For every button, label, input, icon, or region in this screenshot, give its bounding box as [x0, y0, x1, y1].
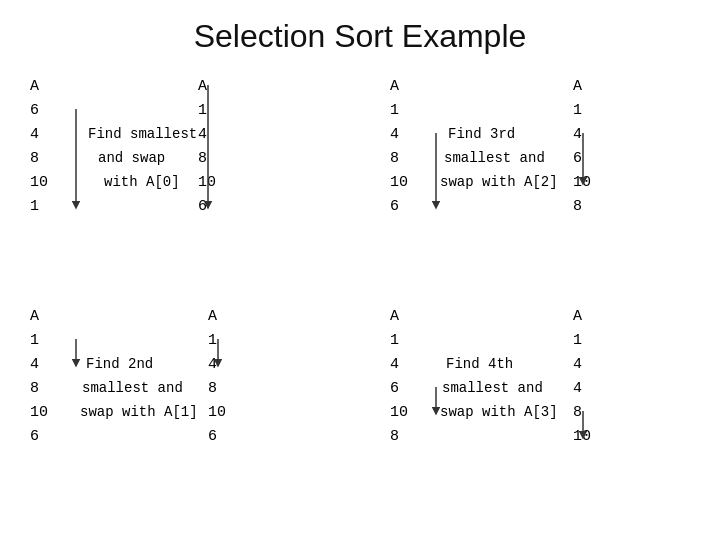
col-a-2: A 1 4 8 10 6 — [390, 75, 428, 219]
label-1: Find smallest and swap with A[0] — [68, 75, 198, 219]
col-b-1: A 1 4 8 10 6 — [198, 75, 226, 219]
col-b-2: A 1 4 6 10 8 — [573, 75, 601, 219]
main-grid: A 6 4 8 10 1 — [0, 65, 720, 525]
panel-2: A 1 4 8 10 6 Find 3rd — [360, 65, 720, 295]
panel-3: A 1 4 8 10 6 Find 2nd — [0, 295, 360, 525]
page-title: Selection Sort Example — [0, 0, 720, 65]
col-b-4: A 1 4 4 8 10 — [573, 305, 601, 449]
label-3: Find 2nd smallest and swap with A[1] — [68, 305, 208, 449]
col-b-3: A 1 4 8 10 6 — [208, 305, 236, 449]
panel-1: A 6 4 8 10 1 — [0, 65, 360, 295]
label-2: Find 3rd smallest and swap with A[2] — [428, 75, 573, 219]
label-4: Find 4th smallest and swap with A[3] — [428, 305, 573, 449]
col-a-4: A 1 4 6 10 8 — [390, 305, 428, 449]
panel-4: A 1 4 6 10 8 Find 4th — [360, 295, 720, 525]
col-a-1: A 6 4 8 10 1 — [30, 75, 68, 219]
col-a-3: A 1 4 8 10 6 — [30, 305, 68, 449]
